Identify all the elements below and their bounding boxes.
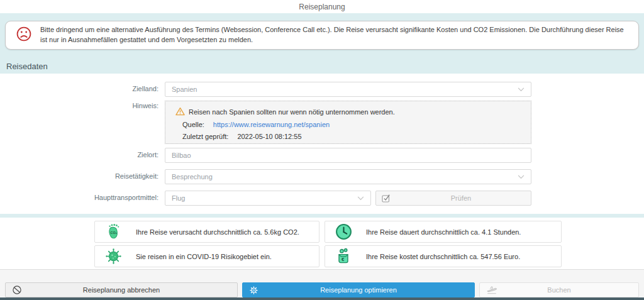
abbrechen-button-label: Reiseplanung abbrechen: [6, 286, 237, 294]
pruefen-button[interactable]: Prüfen: [375, 191, 531, 206]
hinweis-geprueft-line: Zuletzt geprüft: 2022-05-10 08:12:55: [182, 133, 302, 140]
covid-card: Sie reisen in ein COVID-19 Risikogebiet …: [94, 245, 319, 267]
reisewarnung-link[interactable]: https://www.reisewarnung.net/spanien: [213, 121, 330, 128]
reisetaetigkeit-row: Reisetätigkeit: Besprechung: [0, 169, 644, 184]
haupttransportmittel-select[interactable]: Flug: [165, 191, 371, 206]
reisedaten-form: Zielland: Spanien Hinweis:: [0, 74, 644, 214]
titlebar: Reiseplanung: [0, 0, 644, 13]
quelle-label: Quelle:: [182, 121, 204, 128]
warning-triangle-icon: [175, 107, 185, 117]
geprueft-value: 2022-05-10 08:12:55: [237, 133, 301, 140]
travel-warning-text: Bitte dringend um eine alternative Ausfü…: [40, 25, 628, 45]
sad-face-icon: [16, 26, 32, 45]
bottom-bar: [0, 297, 644, 300]
zielland-value: Spanien: [172, 86, 197, 93]
buchen-button-label: Buchen: [480, 286, 638, 294]
chevron-down-icon: [357, 196, 364, 201]
chevron-down-icon: [518, 87, 525, 92]
duration-card-text: Ihre Reise dauert durchschnittlich ca. 4…: [366, 228, 521, 236]
checkbox-checked-icon: [381, 193, 391, 203]
page-title: Reiseplanung: [299, 3, 345, 11]
optimieren-button-label: Reiseplanung optimieren: [243, 286, 474, 294]
zielland-label: Zielland:: [0, 85, 158, 92]
prohibition-icon: [12, 285, 22, 295]
reisetaetigkeit-value: Besprechung: [172, 173, 213, 181]
zielort-input[interactable]: [165, 148, 531, 163]
hinweis-warning-text: Reisen nach Spanien sollten nur wenn nöt…: [189, 108, 395, 116]
reisetaetigkeit-select[interactable]: Besprechung: [165, 169, 531, 184]
buchen-button[interactable]: Buchen: [479, 282, 639, 297]
money-purse-icon: €: [335, 248, 352, 265]
haupttransportmittel-row: Haupttransportmittel: Flug Prüfen: [0, 191, 644, 206]
co2-card-text: Ihre Reise verursacht durchschnittlich c…: [136, 228, 299, 236]
reiseplanung-optimieren-button[interactable]: Reiseplanung optimieren: [242, 282, 475, 297]
haupttransportmittel-value: Flug: [172, 194, 185, 202]
virus-icon: [104, 248, 122, 265]
hinweis-label: Hinweis:: [0, 102, 158, 109]
hinweis-box: Reisen nach Spanien sollten nur wenn nöt…: [165, 101, 531, 144]
pruefen-button-label: Prüfen: [391, 194, 531, 202]
co2-card: CO₂ Ihre Reise verursacht durchschnittli…: [94, 221, 319, 243]
hinweis-quelle-line: Quelle: https://www.reisewarnung.net/spa…: [182, 121, 330, 128]
duration-card: Ihre Reise dauert durchschnittlich ca. 4…: [325, 221, 562, 243]
cost-card-text: Ihre Reise kostet durchschnittlich ca. 5…: [366, 253, 520, 260]
trip-info-cards: CO₂ Ihre Reise verursacht durchschnittli…: [0, 218, 644, 269]
co2-footprint-icon: CO₂: [104, 223, 122, 240]
hinweis-warning-line: Reisen nach Spanien sollten nur wenn nöt…: [175, 107, 395, 117]
reiseplanung-app: Reiseplanung Bitte dringend um eine alte…: [0, 0, 644, 300]
reisetaetigkeit-label: Reisetätigkeit:: [0, 172, 158, 180]
footer-toolbar: Reiseplanung abbrechen Reiseplanung opti…: [0, 269, 644, 298]
svg-text:CO₂: CO₂: [111, 231, 118, 235]
zielland-row: Zielland: Spanien: [0, 82, 644, 97]
chevron-down-icon: [518, 175, 525, 179]
cost-card: € Ihre Reise kostet durchschnittlich ca.…: [325, 245, 562, 267]
svg-text:€: €: [341, 257, 345, 262]
haupttransportmittel-label: Haupttransportmittel:: [0, 194, 158, 201]
section-header-reisedaten: Reisedaten: [6, 62, 48, 71]
hinweis-row: Hinweis: Reisen nach Spanien sollten nur…: [0, 101, 644, 144]
zielort-label: Zielort:: [0, 151, 158, 158]
geprueft-label: Zuletzt geprüft:: [182, 133, 228, 140]
zielland-select[interactable]: Spanien: [165, 82, 531, 97]
travel-warning-banner: Bitte dringend um eine alternative Ausfü…: [5, 21, 639, 50]
covid-card-text: Sie reisen in ein COVID-19 Risikogebiet …: [136, 253, 272, 260]
clock-icon: [335, 223, 352, 240]
plane-departure-icon: [486, 285, 497, 295]
gear-icon: [249, 286, 258, 295]
reiseplanung-abbrechen-button[interactable]: Reiseplanung abbrechen: [5, 282, 238, 297]
header-band: Bitte dringend um eine alternative Ausfü…: [0, 13, 644, 74]
zielort-row: Zielort:: [0, 148, 644, 163]
